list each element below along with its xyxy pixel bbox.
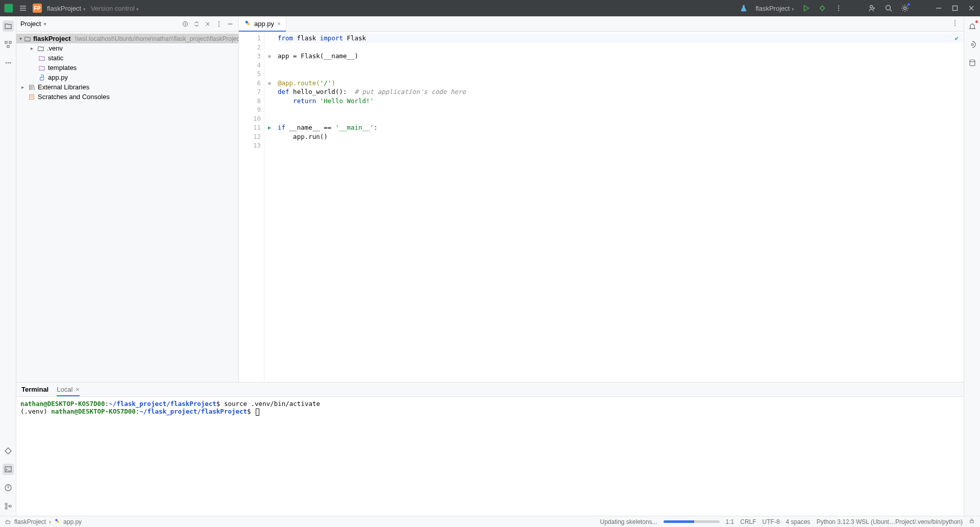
flask-run-config-icon <box>739 4 748 13</box>
problems-tool-button[interactable] <box>3 482 14 493</box>
structure-tool-button[interactable] <box>3 39 14 50</box>
pycharm-app-icon <box>4 4 13 13</box>
tree-root-path: \\wsl.localhost\Ubuntu\home\nathan\flask… <box>75 35 241 42</box>
hamburger-menu-icon[interactable] <box>18 4 28 13</box>
folder-icon <box>38 64 46 72</box>
svg-point-35 <box>57 520 59 523</box>
svg-point-27 <box>246 21 248 23</box>
usages-gutter-icon[interactable]: ◉ <box>264 79 275 88</box>
settings-icon[interactable] <box>900 4 910 13</box>
status-caret-position[interactable]: 1:1 <box>726 518 734 525</box>
svg-point-25 <box>41 75 41 76</box>
svg-point-3 <box>838 10 839 11</box>
editor-body[interactable]: 1 2 3 4 5 6 7 8 9 10 11 12 13 <box>239 32 964 382</box>
svg-rect-26 <box>30 94 34 99</box>
status-line-separator[interactable]: CRLF <box>740 518 756 525</box>
svg-point-18 <box>5 507 7 509</box>
python-file-icon <box>54 518 60 525</box>
nav-breadcrumb[interactable]: 🗀 flaskProject › app.py <box>5 518 82 525</box>
more-tool-button[interactable] <box>3 57 14 68</box>
select-opened-file-icon[interactable] <box>181 20 189 28</box>
svg-rect-7 <box>953 6 958 11</box>
code-with-me-icon[interactable] <box>868 4 877 13</box>
window-maximize-icon[interactable] <box>950 4 960 13</box>
run-gutter-icon[interactable]: ▶ <box>264 123 275 132</box>
svg-point-6 <box>904 7 906 10</box>
svg-point-13 <box>9 62 11 64</box>
svg-point-4 <box>870 6 873 8</box>
terminal-panel: Terminal Local × nathan@DESKTOP-KOS7D00:… <box>16 382 964 516</box>
close-terminal-tab-icon[interactable]: × <box>76 386 80 393</box>
project-tool-button[interactable] <box>3 20 14 32</box>
status-indent[interactable]: 4 spaces <box>786 518 811 525</box>
window-minimize-icon[interactable] <box>934 4 943 13</box>
status-readonly-icon[interactable] <box>969 518 975 525</box>
svg-point-33 <box>970 60 975 62</box>
collapse-panel-icon[interactable] <box>204 20 212 28</box>
svg-point-30 <box>954 22 955 23</box>
svg-point-24 <box>218 26 219 27</box>
terminal-tool-button[interactable] <box>3 464 14 475</box>
project-tree[interactable]: ▾ flaskProject \\wsl.localhost\Ubuntu\ho… <box>16 32 238 104</box>
svg-rect-8 <box>5 41 7 43</box>
status-interpreter[interactable]: Python 3.12.3 WSL (Ubunt…Project/.venv/b… <box>817 518 963 525</box>
terminal-title: Terminal <box>21 386 48 393</box>
project-panel-header: Project ▾ <box>16 16 238 32</box>
main-area: Project ▾ ▾ flaskProject \\wsl.localhost… <box>0 16 980 516</box>
hide-panel-icon[interactable] <box>226 20 234 28</box>
debug-icon[interactable] <box>818 4 827 13</box>
tree-row[interactable]: static <box>16 53 238 63</box>
search-everywhere-icon[interactable] <box>884 4 893 13</box>
svg-rect-10 <box>7 45 9 47</box>
more-actions-icon[interactable] <box>834 4 843 13</box>
left-tool-strip <box>0 16 16 516</box>
tree-row[interactable]: ▸ .venv <box>16 43 238 53</box>
editor-area: app.py × 1 2 3 4 5 6 <box>239 16 964 382</box>
library-icon <box>28 83 36 91</box>
inspection-ok-icon[interactable]: ✔ <box>954 34 959 43</box>
terminal-cursor <box>256 409 259 416</box>
panel-options-icon[interactable] <box>215 20 223 28</box>
svg-rect-9 <box>9 41 11 43</box>
close-tab-icon[interactable]: × <box>277 20 281 28</box>
editor-tab-bar: app.py × <box>239 16 964 32</box>
svg-point-29 <box>954 20 955 21</box>
progress-bar[interactable] <box>664 520 720 523</box>
tree-root-row[interactable]: ▾ flaskProject \\wsl.localhost\Ubuntu\ho… <box>16 34 238 43</box>
ai-assistant-tool-button[interactable] <box>967 39 978 50</box>
svg-point-12 <box>7 62 9 64</box>
svg-point-1 <box>838 5 839 6</box>
folder-icon <box>24 35 31 43</box>
tree-row[interactable]: templates <box>16 63 238 73</box>
tree-scratches[interactable]: ▸ Scratches and Consoles <box>16 92 238 102</box>
git-tool-button[interactable] <box>3 500 14 512</box>
svg-point-34 <box>55 519 58 521</box>
tree-row[interactable]: app.py <box>16 73 238 82</box>
svg-point-28 <box>247 22 250 25</box>
terminal-tab-local[interactable]: Local × <box>57 386 80 393</box>
status-encoding[interactable]: UTF-8 <box>763 518 780 525</box>
tree-external-libs[interactable]: ▸ External Libraries <box>16 82 238 92</box>
code-content[interactable]: ✔ from flask import Flask app = Flask(__… <box>275 32 964 382</box>
run-icon[interactable] <box>801 4 811 13</box>
status-background-task[interactable]: Updating skeletons... <box>600 518 657 525</box>
project-panel-title: Project <box>20 20 41 28</box>
folder-icon: 🗀 <box>5 518 11 525</box>
project-badge: FP <box>33 4 42 13</box>
folder-icon <box>37 44 45 53</box>
terminal-body[interactable]: nathan@DESKTOP-KOS7D00:~/flask_project/f… <box>16 397 964 516</box>
gutter-icons: ◉ ◉ ▶ <box>264 32 275 382</box>
svg-point-17 <box>5 503 7 505</box>
project-name-dropdown[interactable]: flaskProject ▾ <box>47 5 86 12</box>
right-tool-strip <box>964 16 980 516</box>
usages-gutter-icon[interactable]: ◉ <box>264 52 275 61</box>
database-tool-button[interactable] <box>967 57 978 68</box>
editor-tab-app-py[interactable]: app.py × <box>239 16 286 31</box>
window-close-icon[interactable] <box>967 4 976 13</box>
run-config-dropdown[interactable]: flaskProject ▾ <box>755 5 794 12</box>
notifications-tool-button[interactable] <box>967 20 978 32</box>
expand-all-icon[interactable] <box>192 20 201 28</box>
version-control-dropdown[interactable]: Version control ▾ <box>91 5 139 12</box>
tab-options-icon[interactable] <box>951 19 959 28</box>
services-tool-button[interactable] <box>3 445 14 457</box>
